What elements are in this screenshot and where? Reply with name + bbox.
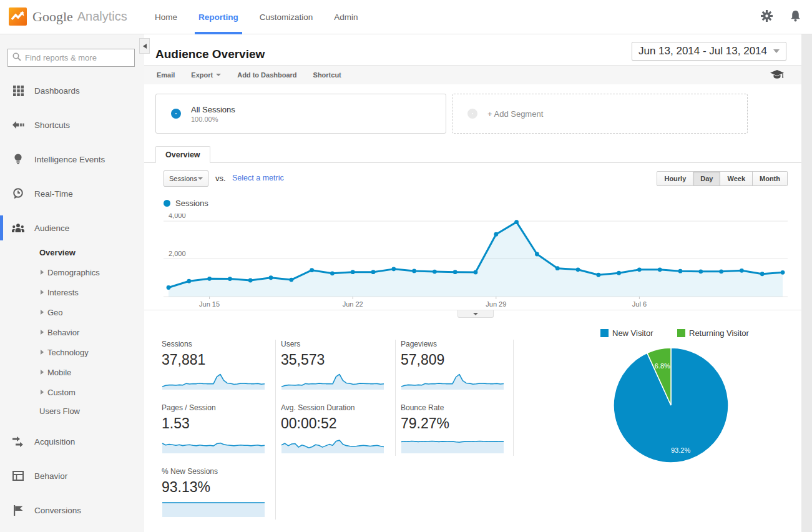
- legend-square-icon: [677, 329, 685, 337]
- expand-triangle-icon: [41, 370, 44, 375]
- notifications-bell-icon[interactable]: [790, 10, 801, 24]
- settings-gear-icon[interactable]: [761, 10, 773, 24]
- select-a-metric-link[interactable]: Select a metric: [232, 174, 284, 182]
- page-title: Audience Overview: [155, 47, 265, 61]
- sidebar-subitem-behavior[interactable]: Behavior: [41, 326, 79, 338]
- sidebar-item-label: Behavior: [34, 471, 67, 481]
- sidebar-item-behavior[interactable]: Behavior: [0, 469, 144, 483]
- metric-card-new-sessions: % New Sessions 93.13%: [162, 467, 275, 520]
- granularity-toggle: Hourly Day Week Month: [657, 171, 788, 186]
- tab-overview[interactable]: Overview: [155, 146, 210, 163]
- sidebar-search[interactable]: [7, 49, 135, 67]
- svg-text:Jun 15: Jun 15: [199, 300, 220, 308]
- top-bar: Google Analytics Home Reporting Customiz…: [0, 0, 812, 34]
- date-range-selector[interactable]: Jun 13, 2014 - Jul 13, 2014: [632, 42, 786, 61]
- sparkline-pageviews: [401, 373, 504, 390]
- metric-card-avg-duration: Avg. Session Duration 00:00:52: [281, 403, 394, 456]
- layout-icon: [12, 471, 24, 481]
- column-divider: [275, 340, 276, 520]
- sidebar-subitem-technology[interactable]: Technology: [41, 346, 89, 358]
- nav-home[interactable]: Home: [155, 0, 177, 34]
- metric-card-sessions: Sessions 37,881: [162, 340, 275, 392]
- shortcut-button[interactable]: Shortcut: [313, 71, 341, 79]
- active-indicator-bar: [0, 215, 3, 240]
- column-divider: [513, 340, 514, 456]
- sidebar-subitem-custom[interactable]: Custom: [41, 386, 76, 398]
- visitor-type-pie-chart: 93.2%6.8%: [609, 343, 733, 468]
- segment-ring-icon: [467, 109, 477, 119]
- annotations-toggle[interactable]: [457, 310, 494, 318]
- sidebar-item-label: Real-Time: [34, 189, 73, 199]
- chevron-down-icon: [216, 74, 221, 76]
- metric-card-pages-session: Pages / Session 1.53: [162, 403, 275, 456]
- export-button[interactable]: Export: [191, 71, 221, 79]
- tutorial-graduation-cap-icon[interactable]: [770, 70, 784, 82]
- expand-triangle-icon: [41, 290, 44, 295]
- sidebar-subitem-mobile[interactable]: Mobile: [41, 366, 71, 378]
- sidebar-item-audience[interactable]: Audience: [0, 221, 144, 235]
- sidebar-collapse-button[interactable]: [139, 38, 150, 54]
- flag-icon: [12, 505, 24, 516]
- sparkline-sessions: [162, 373, 265, 390]
- vs-label: vs.: [215, 174, 226, 183]
- search-input[interactable]: [25, 53, 125, 62]
- sidebar-item-intelligence-events[interactable]: Intelligence Events: [0, 152, 144, 166]
- lightbulb-icon: [12, 154, 24, 165]
- add-to-dashboard-button[interactable]: Add to Dashboard: [237, 71, 296, 79]
- brand-google: Google: [32, 9, 73, 25]
- metric-dropdown[interactable]: Sessions: [164, 170, 208, 187]
- report-toolbar: Email Export Add to Dashboard Shortcut: [144, 65, 801, 84]
- sidebar-subitem-users-flow[interactable]: Users Flow: [39, 405, 80, 417]
- email-button[interactable]: Email: [157, 71, 175, 79]
- legend-square-icon: [600, 329, 609, 337]
- top-nav: Home Reporting Customization Admin: [155, 0, 358, 34]
- sparkline-pages-session: [162, 437, 265, 453]
- sidebar-item-label: Acquisition: [34, 437, 75, 446]
- chevron-down-icon: [473, 313, 478, 315]
- svg-text:Jun 22: Jun 22: [343, 300, 363, 308]
- chevron-down-icon: [773, 49, 780, 53]
- sidebar-subitem-overview[interactable]: Overview: [39, 246, 76, 259]
- sidebar-subitem-demographics[interactable]: Demographics: [41, 266, 100, 278]
- nav-reporting[interactable]: Reporting: [198, 0, 238, 34]
- ga-logo-icon: [9, 7, 27, 26]
- collapse-left-icon: [143, 44, 147, 49]
- people-icon: [12, 224, 24, 233]
- sidebar-item-acquisition[interactable]: Acquisition: [0, 435, 144, 448]
- expand-triangle-icon: [41, 390, 44, 395]
- segment-all-sessions[interactable]: All Sessions 100.00%: [155, 94, 446, 134]
- sidebar-subitem-interests[interactable]: Interests: [41, 286, 79, 298]
- expand-triangle-icon: [41, 350, 44, 355]
- nav-customization[interactable]: Customization: [260, 0, 313, 34]
- sidebar-subitem-geo[interactable]: Geo: [41, 306, 63, 318]
- svg-text:Jun 29: Jun 29: [486, 300, 506, 308]
- add-segment-button[interactable]: + Add Segment: [452, 94, 748, 134]
- sidebar-item-real-time[interactable]: Real-Time: [0, 187, 144, 200]
- expand-triangle-icon: [41, 310, 44, 315]
- search-icon: [12, 52, 21, 64]
- granularity-hourly-button[interactable]: Hourly: [657, 171, 693, 186]
- sidebar-item-dashboards[interactable]: Dashboards: [0, 84, 144, 97]
- segment-ring-icon: [171, 109, 181, 119]
- svg-text:Jul 6: Jul 6: [632, 300, 647, 308]
- sidebar: Dashboards Shortcuts Intelligence Events…: [0, 34, 144, 532]
- sessions-line-chart: 2,0004,000Jun 15Jun 22Jun 29Jul 6: [164, 214, 788, 308]
- main-content: Audience Overview Jun 13, 2014 - Jul 13,…: [144, 34, 801, 532]
- metric-card-users: Users 35,573: [281, 340, 394, 392]
- ga-brand[interactable]: Google Analytics: [9, 7, 127, 26]
- granularity-month-button[interactable]: Month: [753, 171, 788, 186]
- sidebar-item-shortcuts[interactable]: Shortcuts: [0, 118, 144, 132]
- sidebar-item-label: Dashboards: [34, 86, 80, 96]
- nav-admin[interactable]: Admin: [334, 0, 358, 34]
- grid-icon: [12, 86, 24, 96]
- sidebar-item-label: Conversions: [34, 506, 81, 515]
- granularity-week-button[interactable]: Week: [720, 171, 753, 186]
- legend-dot-icon: [164, 200, 170, 207]
- shortcut-arrow-icon: [12, 121, 24, 129]
- column-divider: [395, 340, 396, 456]
- granularity-day-button[interactable]: Day: [693, 171, 720, 186]
- expand-triangle-icon: [41, 270, 44, 275]
- svg-text:6.8%: 6.8%: [655, 362, 670, 370]
- sidebar-item-label: Intelligence Events: [34, 155, 105, 164]
- sidebar-item-conversions[interactable]: Conversions: [0, 503, 144, 517]
